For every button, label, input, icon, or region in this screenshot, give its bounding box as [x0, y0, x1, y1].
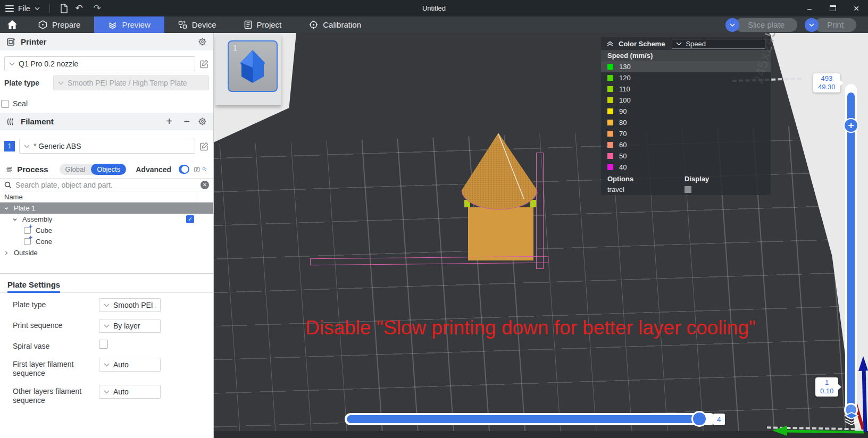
menu-icon[interactable]: [5, 5, 14, 12]
layer-slider-bottom-tooltip: 1 0.10: [815, 377, 838, 397]
plate-type-select[interactable]: Smooth PEI Plate / High Temp Plate: [53, 75, 209, 90]
printer-settings-gear-icon[interactable]: [198, 37, 207, 46]
printer-icon: [6, 38, 16, 46]
plate-type-setting-select[interactable]: Smooth PEI ...: [99, 298, 161, 312]
printer-preset-select[interactable]: Q1 Pro 0.2 nozzle: [4, 56, 195, 71]
layer-range-slider[interactable]: +: [845, 84, 857, 419]
chevron-down-icon: [24, 145, 30, 148]
tree-row-outside[interactable]: Outside: [0, 247, 213, 258]
search-input[interactable]: [15, 181, 197, 189]
process-icon: [6, 165, 12, 173]
chevron-down-icon: [104, 363, 110, 367]
step-slider[interactable]: [345, 413, 716, 425]
chevron-down-icon[interactable]: [35, 7, 40, 10]
chevron-down-icon: [9, 62, 15, 66]
home-icon: [7, 20, 18, 30]
add-filament-button[interactable]: +: [163, 115, 176, 128]
color-swatch: [607, 108, 613, 114]
tab-device[interactable]: Device: [164, 16, 230, 33]
legend-item: 50: [601, 150, 771, 162]
assembly-visibility-checkbox[interactable]: ✓: [186, 215, 194, 223]
layer-slider-top-handle[interactable]: +: [844, 118, 858, 133]
print-button[interactable]: Print: [805, 18, 856, 32]
home-button[interactable]: [0, 16, 24, 33]
color-swatch: [607, 64, 613, 70]
step-slider-fill[interactable]: [347, 415, 704, 423]
advanced-toggle[interactable]: [179, 165, 189, 174]
other-layers-sequence-row: Other layers filament sequence Auto: [13, 385, 213, 405]
device-icon: [178, 20, 187, 29]
scope-global[interactable]: Global: [60, 164, 91, 175]
slice-dropdown-icon[interactable]: [725, 18, 739, 32]
spiral-vase-checkbox[interactable]: [99, 340, 108, 349]
parameter-list-icon[interactable]: [194, 165, 200, 174]
calibration-icon: [309, 20, 318, 29]
project-icon: [244, 20, 252, 29]
print-sequence-select[interactable]: By layer: [99, 319, 161, 333]
new-project-icon[interactable]: [60, 4, 68, 13]
step-value-badge: 4: [713, 414, 725, 425]
redo-icon[interactable]: ↷: [90, 3, 104, 14]
undo-icon[interactable]: ↶: [72, 3, 86, 14]
legend-item: 120: [601, 72, 771, 83]
travel-display-checkbox[interactable]: [685, 186, 691, 193]
plate-thumbnail-1[interactable]: 1: [228, 40, 278, 92]
tree-row-plate1[interactable]: Plate 1: [0, 203, 213, 214]
step-slider-handle[interactable]: [691, 411, 707, 427]
filament-preset-select[interactable]: * Generic ABS: [19, 139, 195, 154]
tab-project[interactable]: Project: [230, 16, 296, 33]
first-layer-sequence-select[interactable]: Auto: [99, 358, 161, 372]
layer-slider-track[interactable]: [847, 92, 855, 410]
edit-printer-icon[interactable]: [199, 59, 209, 69]
chevron-down-icon: [104, 304, 110, 307]
other-layers-sequence-select[interactable]: Auto: [99, 385, 161, 399]
cube-body: [468, 207, 533, 260]
first-layer-sequence-row: First layer filament sequence Auto: [13, 358, 213, 378]
filament-slot-badge[interactable]: 1: [4, 141, 15, 151]
skirt-outline-vertical: [536, 153, 544, 269]
plate-number: 1: [233, 44, 237, 52]
minimize-button[interactable]: –: [798, 0, 821, 16]
filament-settings-gear-icon[interactable]: [198, 117, 207, 126]
chevron-down-icon: [104, 324, 110, 328]
plate-settings-form: Plate type Smooth PEI ... Print sequence…: [0, 293, 213, 405]
plate-model-preview: [237, 49, 268, 84]
filament-preset-row: 1 * Generic ABS: [4, 139, 209, 154]
slice-plate-button[interactable]: Slice plate: [725, 18, 797, 32]
print-sequence-row: Print sequence By layer: [13, 319, 213, 333]
sliced-model-cube-cone[interactable]: [456, 129, 546, 262]
y-axis-arrow: [772, 426, 787, 436]
clear-search-button[interactable]: ✕: [201, 181, 209, 189]
left-sidebar: Printer Q1 Pro 0.2 nozzle Plate type Smo…: [0, 33, 214, 438]
tab-preview[interactable]: Preview: [94, 16, 164, 33]
chevron-right-icon[interactable]: [4, 250, 9, 256]
process-section-header: Process Global Objects Advanced: [0, 161, 213, 178]
color-scheme-select[interactable]: Speed: [672, 39, 765, 49]
color-swatch: [607, 131, 613, 137]
search-settings-icon[interactable]: [202, 166, 207, 173]
close-button[interactable]: ✕: [845, 0, 868, 16]
file-menu[interactable]: File: [18, 4, 30, 13]
chevron-down-icon[interactable]: [12, 217, 18, 222]
legend-subtitle: Speed (mm/s): [601, 50, 771, 61]
legend-item: 90: [601, 106, 771, 117]
collapse-panel-icon[interactable]: [606, 40, 614, 47]
legend-item: 40: [601, 162, 771, 173]
process-scope-toggle[interactable]: Global Objects: [60, 164, 127, 175]
plate-type-row: Plate type Smooth PEI Plate / High Temp …: [4, 75, 209, 90]
seal-checkbox[interactable]: [1, 100, 9, 108]
divider: [49, 4, 50, 13]
tab-prepare[interactable]: Prepare: [24, 16, 94, 33]
tree-row-cone[interactable]: Cone: [0, 236, 213, 247]
print-dropdown-icon[interactable]: [805, 18, 819, 32]
edit-filament-icon[interactable]: [199, 141, 209, 151]
tab-calibration[interactable]: Calibration: [295, 16, 375, 33]
plate-settings-tab[interactable]: Plate Settings: [7, 280, 60, 293]
preview-3d-viewport[interactable]: 01 245x245 Disable "Slow printing down f…: [214, 33, 868, 438]
remove-filament-button[interactable]: −: [180, 115, 193, 128]
layers-icon[interactable]: [843, 411, 860, 426]
scope-objects[interactable]: Objects: [91, 164, 126, 175]
maximize-button[interactable]: [821, 0, 845, 16]
chevron-down-icon[interactable]: [4, 206, 9, 211]
spiral-vase-row: Spiral vase: [13, 340, 213, 351]
